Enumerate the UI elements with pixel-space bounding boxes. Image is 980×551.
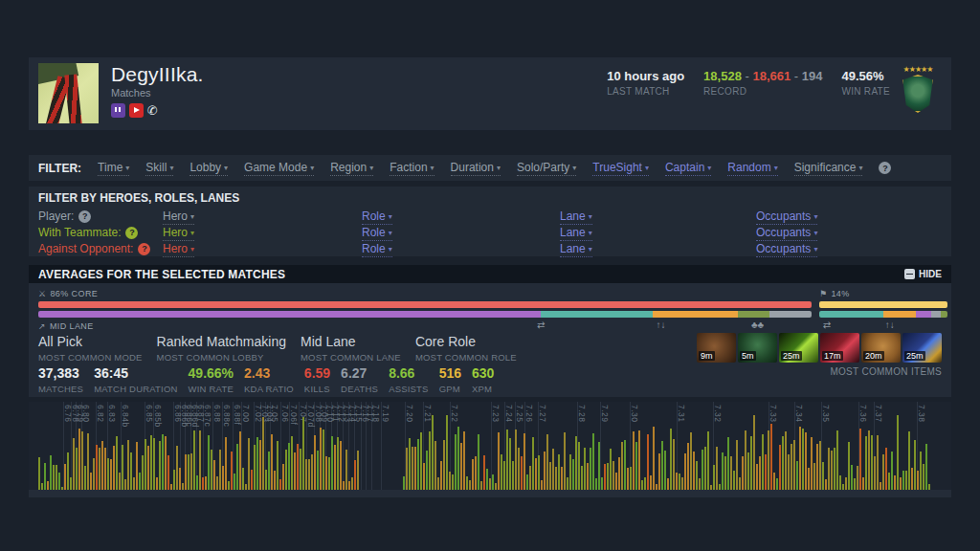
histogram-bar [219,450,221,490]
help-icon[interactable]: ? [125,227,138,239]
support-percent-label: 14% [831,289,849,298]
dropdown-player-lane[interactable]: Lane▾ [560,209,592,225]
hide-button[interactable]: HIDE [904,269,942,279]
histogram-bar [567,477,568,490]
most-common-value: Core Role [415,334,517,349]
histogram-bar [480,481,482,490]
item-boots-of-travel-icon[interactable]: 20m [861,333,901,363]
patch-tick-label: 6.82 [96,405,105,423]
dropdown-teammate-hero[interactable]: Hero▾ [163,226,194,241]
item-dagon-icon[interactable]: 25m [902,333,942,363]
chevron-down-icon: ▾ [431,164,434,172]
patch-tick-label: 7.22 [450,405,459,423]
dropdown-opponent-occupants[interactable]: Occupants▾ [756,242,817,257]
hero-filter-row-label: Against Opponent:? [38,242,150,255]
averages-title: AVERAGES FOR THE SELECTED MATCHES [38,268,285,281]
filter-dropdown-random[interactable]: Random▾ [727,161,777,176]
filter-dropdown-time[interactable]: Time▾ [98,161,129,176]
last-match-value: 10 hours ago [607,69,684,83]
histogram-bar [561,467,563,490]
histogram-bar [340,441,342,490]
chevron-down-icon: ▾ [645,164,649,172]
filter-dropdown-game-mode[interactable]: Game Mode▾ [244,161,314,176]
chevron-down-icon: ▾ [169,164,173,172]
filter-dropdown-lobby[interactable]: Lobby▾ [189,161,228,176]
filter-dropdown-faction[interactable]: Faction▾ [390,161,434,176]
histogram-bar [44,463,46,490]
histogram-bar [630,467,632,490]
histogram-bar [113,446,115,490]
item-helm-icon[interactable]: 5m [738,333,777,363]
help-icon[interactable]: ? [138,243,150,255]
histogram-bar [130,452,132,490]
filter-dropdown-truesight[interactable]: TrueSight▾ [592,161,649,176]
histogram-bar [925,444,927,490]
filter-dropdown-skill[interactable]: Skill▾ [145,161,173,176]
histogram-bar [819,441,821,490]
help-icon[interactable]: ? [78,210,91,223]
histogram-bar [552,449,554,490]
youtube-icon[interactable] [129,103,144,118]
twitch-icon[interactable] [111,103,125,118]
dropdown-opponent-role[interactable]: Role▾ [362,242,392,257]
histogram-bar [179,468,181,490]
win-rate-value: 49.56% [841,69,890,83]
most-common-value: Ranked Matchmaking [157,334,286,349]
dropdown-teammate-role[interactable]: Role▾ [362,226,392,241]
histogram-bar [635,442,637,490]
histogram-bar [920,452,922,490]
filter-dropdown-duration[interactable]: Duration▾ [451,161,501,176]
filter-bar-label: FILTER: [38,162,81,175]
histogram-bar [546,434,548,490]
dropdown-player-occupants[interactable]: Occupants▾ [756,209,817,225]
filter-dropdown-label: Solo/Party [517,161,569,174]
most-common-value: All Pick [38,334,143,349]
item-boots-icon[interactable]: 9m [697,333,736,363]
histogram-bar [472,459,474,490]
avatar[interactable] [38,63,99,123]
histogram-bar [911,468,913,490]
histogram-bar [434,441,436,490]
dropdown-label: Occupants [756,242,811,255]
rank-shield [902,75,934,113]
dropdown-teammate-occupants[interactable]: Occupants▾ [756,226,817,241]
patch-tick-label: 6.87c [203,405,212,427]
dropdown-opponent-lane[interactable]: Lane▾ [560,242,592,257]
histogram-bar [90,473,92,490]
record-wins: 18,528 [703,69,742,83]
patch-tick-label: 7.35 [821,405,831,423]
filter-dropdown-significance[interactable]: Significance▾ [794,161,863,176]
chevron-down-icon: ▾ [190,229,194,237]
histogram-bar [167,455,169,490]
dropdown-label: Hero [163,226,188,239]
dropdown-teammate-lane[interactable]: Lane▾ [560,226,592,241]
histogram-bar [279,479,281,490]
histogram-bar [759,456,761,490]
histogram-bar [779,445,781,490]
histogram-bar [282,464,284,490]
item-ethereal-blade-icon[interactable]: 25m [779,333,818,363]
histogram-bar [351,477,353,490]
histogram-bar [739,477,741,490]
dropdown-opponent-hero[interactable]: Hero▾ [163,242,194,257]
filter-dropdown-captain[interactable]: Captain▾ [665,161,711,176]
histogram-bar [621,442,623,490]
filter-dropdown-region[interactable]: Region▾ [330,161,373,176]
item-bloodthorn-icon[interactable]: 17m [820,333,859,363]
histogram-bar [581,466,583,490]
phone-icon[interactable]: ✆ [147,103,158,118]
histogram-bar [891,452,893,490]
filter-dropdown-solo-party[interactable]: Solo/Party▾ [517,161,576,176]
filter-help-icon[interactable]: ? [879,162,891,174]
stat-gpm: 516GPM [439,365,461,394]
stat-kills: 6.59KILLS [304,365,330,394]
histogram-bar [334,445,336,490]
patch-tick-label: 7.18 [371,405,381,423]
chevron-down-icon: ▾ [813,229,817,237]
dropdown-player-role[interactable]: Role▾ [362,209,392,225]
histogram-bar [782,436,784,490]
histogram-bar [839,475,841,490]
dropdown-player-hero[interactable]: Hero▾ [163,209,194,225]
histogram-bar [811,437,813,490]
histogram-bar [905,471,907,490]
